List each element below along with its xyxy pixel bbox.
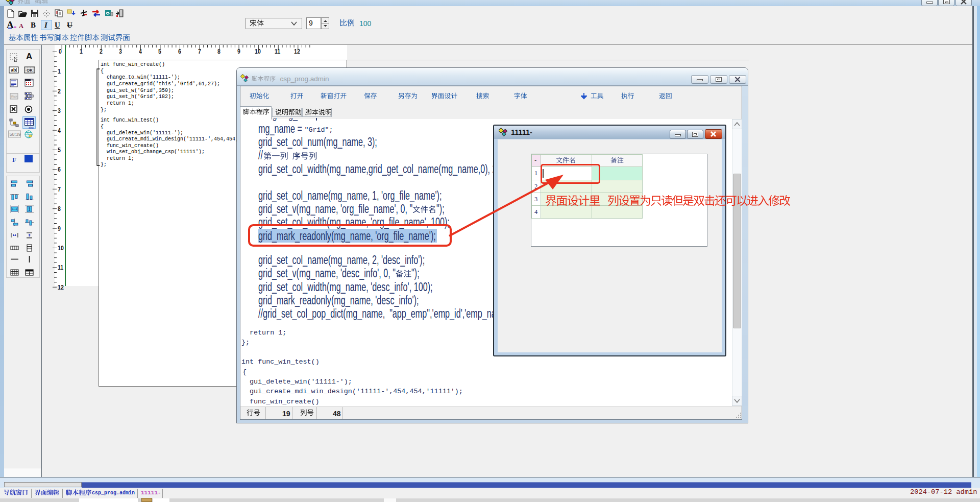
svg-text:abc: abc — [29, 126, 34, 129]
svg-text:Rich: Rich — [11, 95, 17, 98]
svg-text:ab: ab — [11, 67, 16, 73]
svg-text:OK: OK — [27, 68, 33, 73]
svg-text:58:39: 58:39 — [10, 132, 21, 137]
